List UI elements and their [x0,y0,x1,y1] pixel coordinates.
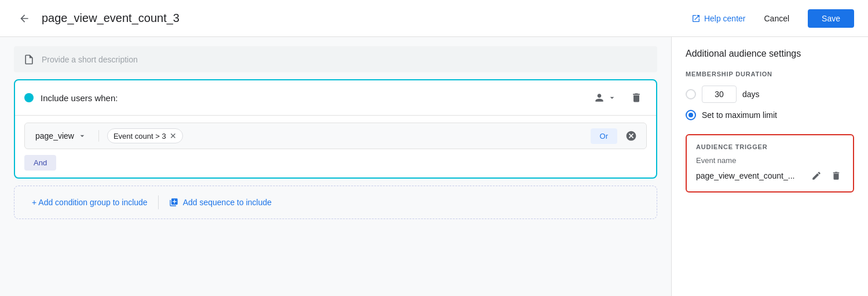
teal-circle-icon [24,93,34,102]
add-section: + Add condition group to include Add seq… [14,186,657,219]
and-button[interactable]: And [24,155,56,171]
filter-chip[interactable]: Event count > 3 ✕ [107,128,183,143]
duration-max-row: Set to maximum limit [686,110,854,120]
add-sequence-button[interactable]: Add sequence to include [163,194,277,210]
description-bar[interactable]: Provide a short description [14,46,657,72]
remove-condition-button[interactable] [623,128,639,144]
condition-divider [98,130,99,142]
delete-include-group-button[interactable] [626,88,647,107]
cancel-button[interactable]: Cancel [755,9,799,28]
main-content: Provide a short description Include user… [0,37,868,296]
duration-max-radio[interactable] [686,110,696,120]
right-panel-title: Additional audience settings [686,49,854,59]
left-panel: Provide a short description Include user… [0,37,671,296]
condition-row: page_view Event count > 3 ✕ Or [24,123,647,149]
include-title: Include users when: [41,93,582,103]
audience-trigger-label: AUDIENCE TRIGGER [696,143,844,150]
or-button[interactable]: Or [591,128,617,144]
duration-days-row: days [686,86,854,103]
add-sequence-label: Add sequence to include [183,198,272,207]
event-name-value: page_view [35,131,74,140]
days-label: days [742,90,760,99]
help-center-link[interactable]: Help center [691,14,746,23]
filter-chip-label: Event count > 3 [113,132,166,140]
condition-area: page_view Event count > 3 ✕ Or [15,116,656,177]
membership-duration-label: MEMBERSHIP DURATION [686,71,854,77]
add-condition-group-button[interactable]: + Add condition group to include [26,194,153,210]
page-title: page_view_event_count_3 [42,12,684,25]
help-center-label: Help center [704,14,746,23]
edit-trigger-button[interactable] [809,168,824,183]
audience-trigger-section: AUDIENCE TRIGGER Event name page_view_ev… [686,134,854,193]
remove-filter-icon[interactable]: ✕ [170,131,177,140]
description-icon [23,53,35,65]
delete-trigger-button[interactable] [829,168,844,183]
duration-options: days Set to maximum limit [686,86,854,120]
add-condition-group-label: + Add condition group to include [32,198,148,207]
trigger-event-name: page_view_event_count_... [696,171,804,180]
include-header-actions [589,88,647,107]
header-actions: Help center Cancel Save [691,9,854,28]
max-limit-label: Set to maximum limit [702,110,777,120]
user-scope-button[interactable] [589,88,621,107]
duration-days-radio[interactable] [686,89,696,99]
add-divider [158,195,159,209]
back-button[interactable] [14,8,35,29]
header: page_view_event_count_3 Help center Canc… [0,0,868,37]
event-name-label: Event name [696,156,844,165]
right-panel: Additional audience settings MEMBERSHIP … [671,37,868,296]
description-placeholder: Provide a short description [42,55,138,64]
save-button[interactable]: Save [808,9,854,28]
trigger-event-row: page_view_event_count_... [696,168,844,183]
days-input[interactable] [702,86,737,103]
include-section: Include users when: [14,79,657,179]
include-header: Include users when: [15,80,656,116]
event-name-dropdown[interactable]: page_view [32,129,90,143]
